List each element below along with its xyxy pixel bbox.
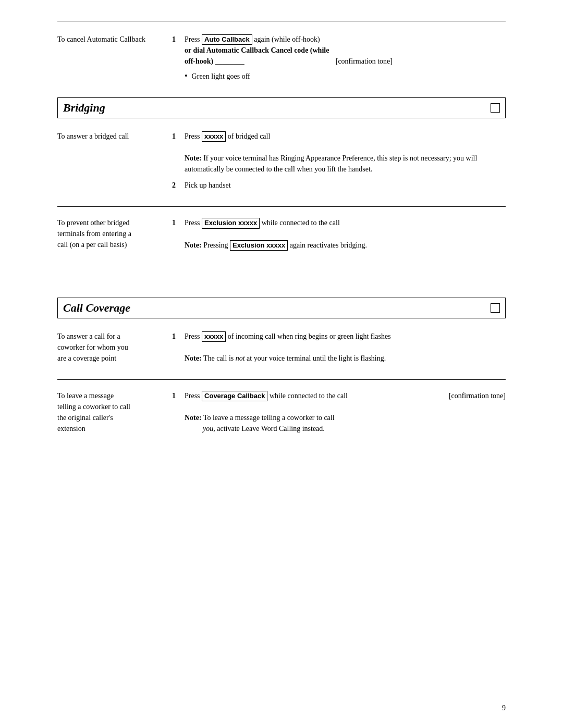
bridging-row1: To answer a bridged call 1 Press xxxxx o… (57, 131, 506, 196)
call-coverage-row1-content: 1 Press xxxxx of incoming call when ring… (172, 331, 506, 369)
exclusion-button-2[interactable]: Exclusion xxxxx (230, 240, 288, 251)
bridging-divider (57, 206, 506, 207)
coverage-callback-button[interactable]: Coverage Callback (202, 391, 267, 401)
cancel-step1: 1 Press Auto Callback again (while off-h… (172, 34, 506, 82)
bridging-row2-label: To prevent other bridged terminals from … (57, 217, 172, 255)
bridging-step2-content: Pick up handset (185, 180, 506, 191)
step-number-1: 1 (172, 34, 185, 82)
section-gap (57, 266, 506, 298)
call-coverage-row1: To answer a call for a coworker for whom… (57, 331, 506, 369)
bridging-step1: 1 Press xxxxx of bridged call Note: If y… (172, 131, 506, 175)
bridging-step-num-2: 2 (172, 180, 185, 191)
bridging-row2-content: 1 Press Exclusion xxxxx while connected … (172, 217, 506, 255)
call-coverage-step1: 1 Press xxxxx of incoming call when ring… (172, 331, 506, 364)
call-coverage-row2-label: To leave a message telling a coworker to… (57, 390, 172, 439)
bridging-row1-content: 1 Press xxxxx of bridged call Note: If y… (172, 131, 506, 196)
call-coverage-step1-content: Press xxxxx of incoming call when ring b… (185, 331, 506, 364)
call-coverage-section-header: Call Coverage (57, 298, 506, 318)
bridging-row2-step1-content: Press Exclusion xxxxx while connected to… (185, 217, 506, 250)
auto-callback-button[interactable]: Auto Callback (202, 34, 252, 45)
call-coverage-step-num-1: 1 (172, 331, 185, 364)
call-coverage-row1-label: To answer a call for a coworker for whom… (57, 331, 172, 369)
call-coverage-divider (57, 379, 506, 380)
bridging-row1-label: To answer a bridged call (57, 131, 172, 196)
bridging-checkbox[interactable] (491, 103, 500, 113)
call-coverage-row2-step1: 1 Press Coverage Callback while connecte… (172, 390, 506, 434)
step1-bold-offhook: off-hook) (185, 57, 213, 65)
bridging-title: Bridging (63, 101, 105, 115)
call-coverage-row2: To leave a message telling a coworker to… (57, 390, 506, 439)
xxxxx-button-1[interactable]: xxxxx (202, 131, 226, 142)
page-number: 9 (502, 704, 506, 712)
bridging-note-label: Note: (185, 154, 202, 162)
call-coverage-row2-step1-content: Press Coverage Callback while connected … (185, 390, 506, 434)
xxxxx-button-2[interactable]: xxxxx (202, 331, 226, 342)
cancel-callback-content: 1 Press Auto Callback again (while off-h… (172, 34, 506, 87)
green-light-bullet: • Green light goes off (185, 71, 506, 82)
exclusion-button-1[interactable]: Exclusion xxxxx (202, 218, 260, 228)
call-coverage-row2-step-num: 1 (172, 390, 185, 434)
step1-bold-line1: or dial Automatic Callback Cancel code (… (185, 46, 329, 54)
cancel-callback-row: To cancel Automatic Callback 1 Press Aut… (57, 34, 506, 87)
top-divider (57, 21, 506, 21)
bridging-step-num-1: 1 (172, 131, 185, 175)
cancel-callback-label: To cancel Automatic Callback (57, 34, 172, 87)
bridging-step1-content: Press xxxxx of bridged call Note: If you… (185, 131, 506, 175)
call-coverage-checkbox[interactable] (491, 303, 500, 313)
call-coverage-title: Call Coverage (63, 301, 130, 315)
step1-content: Press Auto Callback again (while off-hoo… (185, 34, 506, 82)
bridging-row2: To prevent other bridged terminals from … (57, 217, 506, 255)
bridging-row2-step1: 1 Press Exclusion xxxxx while connected … (172, 217, 506, 250)
bridging-step2: 2 Pick up handset (172, 180, 506, 191)
call-coverage-note-label: Note: (185, 354, 202, 362)
bridging-row2-step-num: 1 (172, 217, 185, 250)
call-coverage-row2-note-label: Note: (185, 414, 202, 422)
bridging-row2-note-label: Note: (185, 241, 202, 249)
call-coverage-row2-content: 1 Press Coverage Callback while connecte… (172, 390, 506, 439)
bridging-section-header: Bridging (57, 97, 506, 118)
